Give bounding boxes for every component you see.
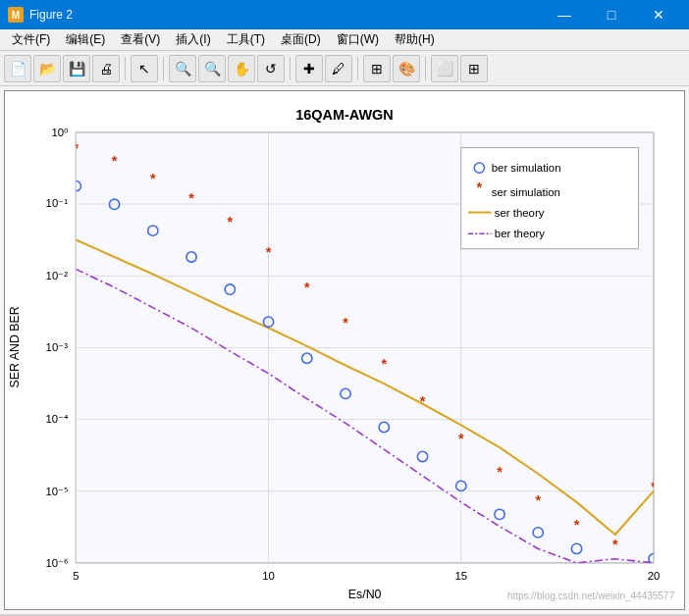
menu-help[interactable]: 帮助(H) [387, 29, 443, 50]
main-content: 16QAM-AWGN [0, 86, 689, 614]
y-axis-label: SER AND BER [8, 306, 22, 387]
legend-button[interactable]: ⬜ [431, 55, 458, 82]
menu-window[interactable]: 窗口(W) [329, 29, 387, 50]
svg-text:*: * [458, 431, 464, 446]
svg-text:*: * [304, 280, 310, 295]
toolbar-sep-1 [125, 57, 126, 80]
xlabel-20: 20 [648, 570, 661, 582]
subplot-button[interactable]: ⊞ [363, 55, 391, 82]
svg-text:*: * [188, 190, 194, 206]
ylabel-1: 10⁻¹ [46, 197, 69, 209]
svg-text:*: * [381, 356, 387, 372]
svg-text:*: * [150, 171, 156, 186]
minimize-button[interactable]: — [542, 0, 587, 29]
rotate-button[interactable]: ↺ [257, 55, 285, 82]
chart-title: 16QAM-AWGN [295, 107, 393, 123]
zoom-in-button[interactable]: 🔍 [169, 55, 196, 82]
toolbar-sep-2 [163, 57, 164, 80]
toolbar: 📄 📂 💾 🖨 ↖ 🔍 🔍 ✋ ↺ ✚ 🖊 ⊞ 🎨 ⬜ ⊞ [0, 51, 689, 86]
menu-file[interactable]: 文件(F) [4, 29, 58, 50]
ylabel-0: 10⁰ [51, 127, 69, 138]
close-button[interactable]: ✕ [636, 0, 681, 29]
print-button[interactable]: 🖨 [92, 55, 120, 82]
watermark-text: https://blog.csdn.net/weixin_44435577 [507, 590, 674, 601]
svg-text:*: * [227, 214, 233, 230]
svg-text:*: * [343, 315, 348, 331]
xlabel-15: 15 [454, 570, 467, 582]
legend-ser-sim-label: ser simulation [492, 186, 560, 198]
menu-edit[interactable]: 编辑(E) [58, 29, 113, 50]
ylabel-6: 10⁻⁶ [45, 557, 69, 569]
select-button[interactable]: ↖ [131, 55, 158, 82]
plot-area: 16QAM-AWGN [4, 90, 685, 610]
zoom-out-button[interactable]: 🔍 [198, 55, 226, 82]
svg-text:*: * [574, 517, 580, 533]
menu-tools[interactable]: 工具(T) [219, 29, 273, 50]
chart-svg: 16QAM-AWGN [5, 91, 684, 609]
brush-button[interactable]: 🖊 [325, 55, 352, 82]
pan-button[interactable]: ✋ [228, 55, 255, 82]
maximize-button[interactable]: □ [589, 0, 634, 29]
save-button[interactable]: 💾 [63, 55, 90, 82]
datacursor-button[interactable]: ✚ [295, 55, 323, 82]
ylabel-5: 10⁻⁵ [45, 486, 68, 497]
grid-button[interactable]: ⊞ [460, 55, 488, 82]
ylabel-2: 10⁻² [46, 270, 69, 282]
xlabel-5: 5 [73, 570, 79, 582]
ylabel-4: 10⁻⁴ [45, 413, 69, 425]
new-button[interactable]: 📄 [4, 55, 31, 82]
svg-text:*: * [266, 244, 272, 260]
toolbar-sep-4 [357, 57, 358, 80]
open-button[interactable]: 📂 [33, 55, 61, 82]
svg-text:*: * [112, 153, 118, 169]
legend-ser-theory-label: ser theory [495, 207, 545, 219]
svg-text:*: * [420, 393, 426, 409]
ylabel-3: 10⁻³ [46, 341, 69, 353]
window-controls: — □ ✕ [542, 0, 681, 29]
menu-bar: 文件(F) 编辑(E) 查看(V) 插入(I) 工具(T) 桌面(D) 窗口(W… [0, 29, 689, 51]
svg-text:*: * [612, 537, 618, 552]
xlabel-10: 10 [262, 570, 275, 582]
title-bar: M Figure 2 — □ ✕ [0, 0, 689, 29]
window-title: Figure 2 [29, 8, 542, 22]
legend-ser-sim-icon: * [477, 180, 483, 195]
x-axis-label: Es/N0 [348, 588, 382, 601]
legend-ber-sim-label: ber simulation [492, 162, 561, 174]
svg-text:*: * [497, 464, 503, 480]
legend-ber-theory-label: ber theory [495, 228, 545, 239]
toolbar-sep-3 [290, 57, 291, 80]
app-icon: M [8, 7, 24, 23]
menu-desktop[interactable]: 桌面(D) [273, 29, 329, 50]
svg-text:*: * [535, 492, 541, 508]
colormap-button[interactable]: 🎨 [393, 55, 420, 82]
toolbar-sep-5 [425, 57, 426, 80]
menu-insert[interactable]: 插入(I) [168, 29, 218, 50]
menu-view[interactable]: 查看(V) [113, 29, 168, 50]
